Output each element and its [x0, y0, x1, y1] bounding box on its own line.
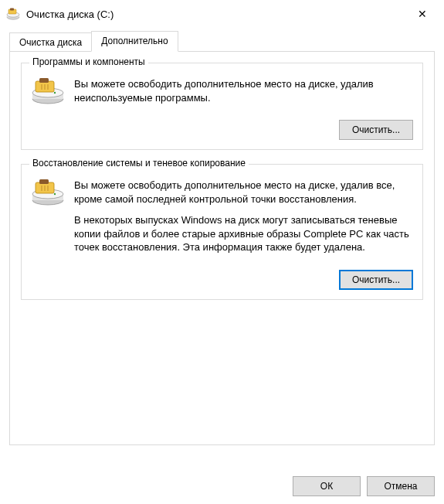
svg-rect-20: [41, 186, 42, 191]
svg-rect-21: [44, 186, 46, 191]
svg-rect-12: [44, 84, 46, 90]
tab-disk-cleanup[interactable]: Очистка диска: [9, 32, 91, 51]
titlebar: Очистка диска (C:) ✕: [0, 0, 444, 28]
group-system-restore: Восстановление системы и теневое копиров…: [21, 164, 423, 300]
ok-button[interactable]: ОК: [293, 476, 361, 496]
close-button[interactable]: ✕: [407, 3, 438, 25]
dialog-footer: ОК Отмена: [293, 476, 435, 496]
group-programs-legend: Программы и компоненты: [29, 56, 148, 67]
cancel-button[interactable]: Отмена: [367, 476, 435, 496]
disk-cleanup-large-icon: [31, 77, 65, 112]
svg-point-17: [54, 193, 56, 195]
svg-point-8: [54, 92, 56, 94]
svg-rect-13: [47, 84, 49, 90]
group-programs-components: Программы и компоненты: [21, 63, 423, 150]
close-icon: ✕: [418, 8, 427, 20]
svg-rect-22: [47, 186, 49, 191]
group-programs-text: Вы можете освободить дополнительное мест…: [74, 77, 413, 112]
svg-rect-10: [39, 78, 49, 83]
tab-panel-more-options: Программы и компоненты: [9, 51, 435, 445]
dialog-content: Очистка диска Дополнительно Программы и …: [0, 28, 444, 455]
cleanup-programs-button[interactable]: Очистить...: [339, 120, 413, 140]
svg-rect-11: [41, 84, 42, 90]
disk-cleanup-icon: [6, 7, 20, 21]
svg-rect-4: [10, 9, 14, 11]
svg-rect-19: [39, 179, 49, 184]
group-restore-text: Вы можете освободить дополнительное мест…: [74, 179, 413, 262]
cleanup-restore-button[interactable]: Очистить...: [339, 270, 413, 290]
disk-cleanup-large-icon: [31, 179, 65, 262]
tab-strip: Очистка диска Дополнительно: [9, 31, 435, 51]
window-title: Очистка диска (C:): [26, 9, 407, 20]
tab-more-options[interactable]: Дополнительно: [91, 31, 178, 52]
group-restore-legend: Восстановление системы и теневое копиров…: [29, 158, 249, 169]
